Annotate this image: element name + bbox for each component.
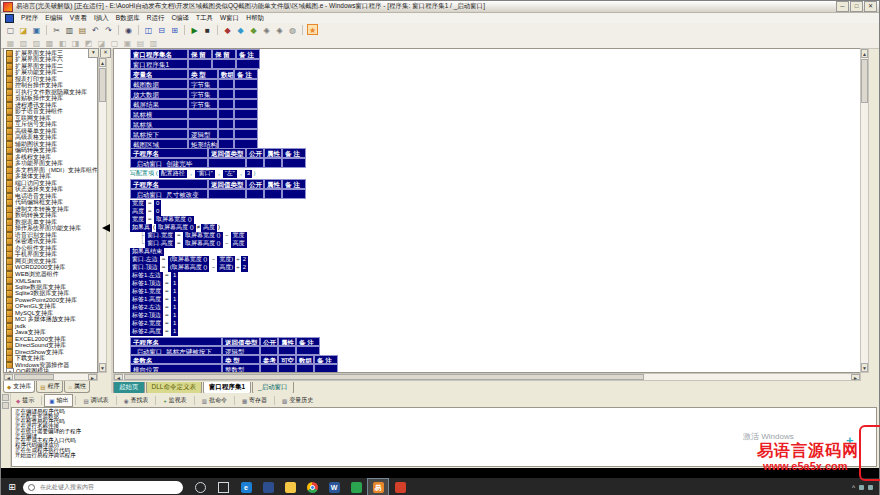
code-line[interactable]: 标签2.高度＝1 [130, 328, 249, 336]
undo-icon[interactable]: ↶ [90, 24, 101, 35]
red-app-icon[interactable] [389, 478, 411, 495]
menu-item-E[interactable]: E编辑 [45, 14, 62, 23]
menu-item-R[interactable]: R运行 [147, 14, 165, 23]
tray-icon[interactable] [868, 485, 873, 490]
file-explorer-icon[interactable] [279, 478, 301, 495]
output-tab-批命令[interactable]: ▥批命令 [197, 394, 232, 407]
insert-struct-icon[interactable]: ◪ [96, 37, 107, 48]
paste-icon[interactable]: ▤ [77, 24, 88, 35]
layout-two-icon[interactable]: ⊟ [156, 24, 167, 35]
output-tab-调试表[interactable]: ▤调试表 [78, 394, 113, 407]
code-editor-content[interactable]: 窗口程序集名保 留保 留备 注窗口程序集1 变量名类 型数组备 注截图数据字节集… [113, 48, 861, 373]
bookmark-icon[interactable]: ▣ [122, 37, 133, 48]
tray-caret-icon[interactable]: ^ [852, 484, 855, 491]
output-tab-寄存器[interactable]: ▦寄存器 [237, 394, 272, 407]
code-line[interactable]: 窗口.左边＝(取屏幕宽度 ()－宽度)÷2 [130, 256, 249, 264]
sidebar-tab-支持库[interactable]: ◆支持库 [3, 381, 35, 393]
table-row[interactable]: _启动窗口_鼠标左键被按下逻辑型 [130, 346, 320, 355]
code-line[interactable]: 标签2.宽度＝1 [130, 320, 249, 328]
editor-horizontal-scrollbar[interactable]: ◄ ► [113, 373, 861, 381]
scroll-right-icon[interactable]: ► [88, 374, 97, 380]
find-icon[interactable]: ◉ [123, 24, 134, 35]
scroll-thumb[interactable] [124, 374, 644, 380]
layout-one-icon[interactable]: ◫ [143, 24, 154, 35]
debug-step-icon[interactable]: ◈ [261, 24, 272, 35]
code-line[interactable]: 标签2.左边＝1 [130, 304, 249, 312]
minimize-button[interactable]: ─ [836, 1, 849, 12]
scroll-thumb[interactable] [99, 68, 106, 102]
code-line[interactable]: 高度＝0 [130, 208, 249, 216]
redo-icon[interactable]: ↷ [103, 24, 114, 35]
scroll-up-icon[interactable]: ▲ [99, 58, 106, 67]
table-row[interactable]: 横向位置整数型 [130, 364, 338, 373]
table-row[interactable]: 截屏结果字节集 [130, 99, 258, 109]
insert-window-icon[interactable]: ▨ [31, 37, 42, 48]
menu-item-V[interactable]: V查看 [70, 14, 87, 23]
sidebar-tab-程序[interactable]: ▤程序 [36, 381, 63, 393]
output-tab-输出[interactable]: ▣输出 [44, 394, 73, 407]
menu-item-C[interactable]: C编译 [171, 14, 189, 23]
insert-module-icon[interactable]: ▩ [44, 37, 55, 48]
scroll-left-icon[interactable]: ◄ [114, 374, 123, 380]
stop-icon[interactable]: ■ [202, 24, 213, 35]
scroll-down-icon[interactable]: ▼ [99, 363, 106, 372]
run-icon[interactable]: ▶ [189, 24, 200, 35]
scroll-thumb[interactable] [861, 59, 868, 103]
start-button[interactable]: ⊞ [1, 478, 23, 495]
sidebar-tab-属性[interactable]: ⌂属性 [64, 381, 89, 393]
table-row[interactable]: 放大数据字节集 [130, 89, 258, 99]
new-file-icon[interactable]: ▢ [5, 24, 16, 35]
insert-subroutine-icon[interactable]: ▦ [5, 37, 16, 48]
menu-item-H[interactable]: H帮助 [246, 14, 264, 23]
search-input[interactable] [38, 483, 162, 491]
scroll-up-icon[interactable]: ▲ [861, 49, 868, 58]
comment-icon[interactable]: ▢ [109, 37, 120, 48]
tray-icon[interactable] [859, 485, 864, 490]
code-line[interactable]: 宽度＝取屏幕宽度 () [130, 216, 249, 224]
code-line[interactable]: 标签2.顶边＝1 [130, 312, 249, 320]
assistant-icon[interactable]: ★ [307, 24, 318, 35]
menu-item-T[interactable]: T工具 [196, 14, 213, 23]
menu-item-I[interactable]: I插入 [94, 14, 109, 23]
code-line[interactable]: 如果真结束 [130, 248, 249, 256]
code-line[interactable]: 如果真(取屏幕高度 ()≠高度) [130, 224, 249, 232]
app-icon-blue[interactable] [257, 478, 279, 495]
sidebar-horizontal-scrollbar[interactable]: ◄ ► [3, 373, 98, 381]
code-line[interactable]: 写配置项 (配置路径，“窗口”，“左”，3） [130, 170, 260, 178]
insert-dll-icon[interactable]: ◧ [57, 37, 68, 48]
output-tab-查找表[interactable]: ◉查找表 [119, 394, 154, 407]
table-row[interactable]: _启动窗口_创建完毕 [130, 158, 306, 168]
table-row[interactable]: _启动窗口_尺寸被改变 [130, 189, 306, 199]
green-app-icon[interactable] [345, 478, 367, 495]
output-tab-变量历史[interactable]: ▧变量历史 [277, 394, 318, 407]
code-line[interactable]: ├窗口.宽度＝取屏幕宽度 ()－宽度 [130, 232, 249, 240]
save-icon[interactable]: ▣ [31, 24, 42, 35]
output-tab-监视表[interactable]: +监视表 [158, 394, 191, 407]
elang-icon[interactable]: 易 [367, 478, 389, 495]
code-line[interactable]: 标签1.左边＝1 [130, 272, 249, 280]
open-file-icon[interactable]: ◪ [18, 24, 29, 35]
layout-three-icon[interactable]: ⊞ [169, 24, 180, 35]
table-row[interactable]: 鼠标横 [130, 109, 258, 119]
package-icon[interactable]: ◆ [248, 24, 259, 35]
word-icon[interactable]: W [323, 478, 345, 495]
code-line[interactable]: └窗口.高度＝取屏幕高度 ()－高度 [130, 240, 249, 248]
menu-item-B[interactable]: B数据库 [116, 14, 140, 23]
code-line[interactable]: 标签1.宽度＝1 [130, 288, 249, 296]
code-line[interactable]: 宽度＝0 [130, 200, 249, 208]
insert-resource-icon[interactable]: ◨ [70, 37, 81, 48]
chrome-icon[interactable] [301, 478, 323, 495]
copy-icon[interactable]: ▥ [64, 24, 75, 35]
taskbar-search[interactable] [23, 481, 183, 494]
close-button[interactable]: ✕ [864, 1, 877, 12]
table-row[interactable]: 鼠标纵 [130, 119, 258, 129]
scroll-down-icon[interactable]: ▼ [861, 363, 868, 372]
outdent-icon[interactable]: ▥ [148, 37, 159, 48]
scroll-thumb[interactable] [14, 374, 54, 380]
sidebar-vertical-scrollbar[interactable]: ▲ ▼ [98, 57, 107, 373]
output-tab-提示[interactable]: ◆提示 [11, 394, 39, 407]
table-row[interactable]: 截图数据字节集 [130, 79, 258, 89]
editor-vertical-scrollbar[interactable]: ▲ ▼ [860, 48, 869, 373]
menu-item-W[interactable]: W窗口 [220, 14, 239, 23]
compile-icon[interactable]: ◆ [222, 24, 233, 35]
